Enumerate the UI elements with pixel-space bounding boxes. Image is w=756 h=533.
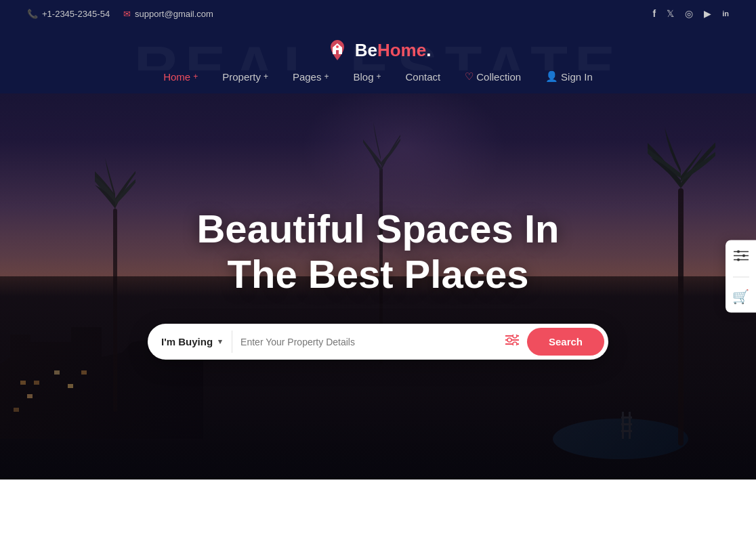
nav-blog-plus: +	[377, 72, 381, 81]
signin-user-icon: 👤	[545, 70, 558, 83]
hero-section: Beautiful Spaces In The Best Places I'm …	[0, 73, 756, 479]
linkedin-link[interactable]: in	[722, 9, 729, 18]
logo-icon	[325, 38, 350, 62]
nav-pages[interactable]: Pages +	[293, 71, 329, 83]
twitter-link[interactable]: 𝕏	[667, 8, 674, 19]
search-button[interactable]: Search	[527, 328, 604, 356]
nav-property[interactable]: Property +	[222, 71, 268, 83]
nav-signin-label: Sign In	[561, 71, 593, 83]
instagram-link[interactable]: ◎	[685, 8, 693, 19]
hero-title: Beautiful Spaces In The Best Places	[196, 207, 559, 297]
nav-blog[interactable]: Blog +	[353, 71, 381, 83]
header: REAL ESTATE BeHome.	[0, 27, 756, 70]
nav-signin[interactable]: 👤 Sign In	[545, 70, 593, 83]
facebook-link[interactable]: f	[653, 8, 656, 19]
nav-blog-label: Blog	[353, 71, 373, 83]
phone-info: 📞 +1-2345-2345-54	[27, 9, 110, 19]
nav-contact-label: Contact	[406, 71, 441, 83]
side-panel-divider	[733, 277, 749, 278]
svg-point-0	[336, 45, 339, 48]
search-input[interactable]	[232, 331, 497, 353]
side-filter-icon[interactable]	[734, 249, 749, 266]
hero-content: Beautiful Spaces In The Best Places I'm …	[0, 73, 756, 479]
phone-icon: 📞	[27, 9, 38, 19]
nav-pages-label: Pages	[293, 71, 322, 83]
nav-property-label: Property	[222, 71, 261, 83]
search-bar: I'm Buying ▾ Search	[148, 324, 608, 360]
side-cart-icon[interactable]: 🛒	[732, 289, 749, 305]
nav-home[interactable]: Home +	[163, 71, 198, 83]
search-type-label: I'm Buying	[161, 336, 213, 347]
search-type-dropdown[interactable]: I'm Buying ▾	[159, 331, 232, 353]
nav-property-plus: +	[264, 72, 268, 81]
nav-collection-label: Collection	[476, 71, 521, 83]
social-links: f 𝕏 ◎ ▶ in	[653, 8, 729, 19]
nav-collection[interactable]: ♡ Collection	[465, 70, 521, 83]
email-address: support@gmail.com	[135, 9, 213, 19]
youtube-link[interactable]: ▶	[704, 8, 711, 19]
nav-home-label: Home	[163, 71, 190, 83]
logo[interactable]: BeHome.	[325, 38, 432, 62]
nav-pages-plus: +	[324, 72, 329, 81]
navigation: Home + Property + Pages + Blog + Contact…	[0, 70, 756, 93]
side-panel: 🛒	[726, 240, 756, 313]
top-bar-left: 📞 +1-2345-2345-54 ✉ support@gmail.com	[27, 9, 213, 19]
collection-heart-icon: ♡	[465, 70, 474, 83]
hero-title-line1: Beautiful Spaces In	[196, 207, 559, 251]
email-icon: ✉	[123, 9, 131, 19]
top-bar: 📞 +1-2345-2345-54 ✉ support@gmail.com f …	[0, 0, 756, 27]
phone-number: +1-2345-2345-54	[42, 9, 110, 19]
svg-point-7	[513, 335, 517, 338]
nav-contact[interactable]: Contact	[406, 71, 441, 83]
email-info: ✉ support@gmail.com	[123, 9, 213, 19]
filter-icon[interactable]	[497, 335, 527, 349]
hero-title-line2: The Best Places	[228, 252, 529, 296]
dropdown-arrow-icon: ▾	[218, 337, 222, 346]
svg-point-9	[513, 342, 517, 345]
logo-text: BeHome.	[355, 40, 432, 61]
svg-point-8	[507, 338, 511, 342]
nav-home-plus: +	[193, 72, 198, 81]
